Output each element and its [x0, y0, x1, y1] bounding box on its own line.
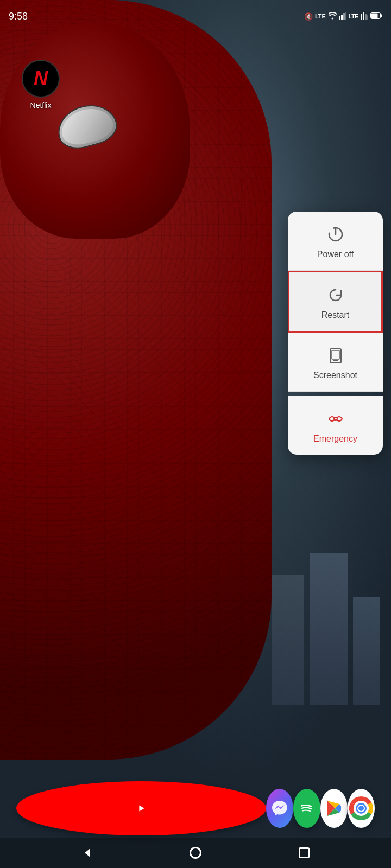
- netflix-label: Netflix: [30, 101, 52, 110]
- wifi-icon: [328, 12, 337, 21]
- spotify-app[interactable]: [293, 789, 320, 828]
- svg-rect-1: [341, 15, 343, 20]
- svg-marker-27: [85, 848, 90, 857]
- playstore-app[interactable]: [320, 789, 348, 828]
- youtube-icon: [131, 801, 151, 816]
- restart-button[interactable]: Restart: [288, 271, 383, 333]
- restart-label: Restart: [321, 310, 350, 320]
- svg-rect-0: [339, 16, 340, 20]
- screenshot-label: Screenshot: [313, 371, 357, 380]
- youtube-app[interactable]: [16, 781, 266, 835]
- playstore-icon: [323, 797, 345, 819]
- back-icon: [81, 847, 92, 858]
- screenshot-icon: [326, 346, 345, 365]
- recents-icon: [299, 847, 310, 858]
- emergency-icon: [326, 409, 345, 429]
- svg-rect-6: [365, 14, 367, 20]
- svg-rect-2: [343, 13, 345, 20]
- netflix-icon[interactable]: N: [22, 60, 60, 98]
- svg-rect-9: [381, 14, 382, 17]
- lte2-icon: LTE: [349, 14, 358, 20]
- svg-rect-10: [371, 13, 378, 18]
- messenger-app[interactable]: [266, 789, 293, 828]
- status-time: 9:58: [9, 11, 28, 22]
- power-menu: Power off Restart Screenshot Emergency: [288, 212, 383, 455]
- restart-icon: [326, 285, 345, 305]
- status-icons: 🔇 LTE LTE: [304, 12, 382, 21]
- screenshot-button[interactable]: Screenshot: [288, 333, 383, 392]
- svg-rect-3: [345, 12, 346, 20]
- bottom-dock: [0, 781, 391, 835]
- nav-home-button[interactable]: [186, 843, 205, 863]
- nav-back-button[interactable]: [77, 843, 97, 863]
- netflix-letter: N: [34, 67, 48, 90]
- signal-icon: [339, 12, 346, 21]
- emergency-label: Emergency: [313, 434, 357, 444]
- lte-icon: LTE: [315, 13, 326, 20]
- power-off-button[interactable]: Power off: [288, 212, 383, 271]
- power-off-icon: [326, 225, 345, 244]
- svg-rect-14: [332, 350, 339, 359]
- svg-rect-7: [367, 15, 368, 20]
- battery-icon: [370, 12, 382, 21]
- nav-bar: [0, 838, 391, 868]
- mute-icon: 🔇: [304, 12, 313, 21]
- signal2-icon: [361, 12, 368, 21]
- spotify-icon: [296, 797, 318, 819]
- chrome-app[interactable]: [348, 789, 375, 828]
- power-off-label: Power off: [317, 250, 354, 259]
- chrome-icon: [349, 796, 373, 820]
- nav-recents-button[interactable]: [294, 843, 314, 863]
- messenger-icon: [269, 797, 291, 819]
- emergency-button[interactable]: Emergency: [288, 396, 383, 455]
- svg-point-16: [334, 417, 337, 420]
- svg-rect-5: [363, 12, 364, 20]
- svg-point-18: [297, 799, 317, 818]
- svg-point-26: [358, 806, 364, 811]
- home-icon: [190, 847, 201, 859]
- svg-rect-4: [361, 14, 362, 20]
- netflix-app[interactable]: N Netflix: [22, 60, 60, 110]
- menu-gap: [288, 392, 383, 396]
- status-bar: 9:58 🔇 LTE LTE: [0, 0, 391, 27]
